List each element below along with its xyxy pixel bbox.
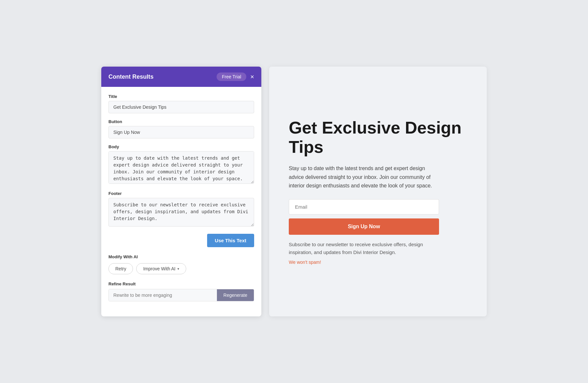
refine-input[interactable] xyxy=(109,289,217,301)
button-field-group: Button xyxy=(108,119,254,138)
refine-row: Regenerate xyxy=(108,289,254,301)
footer-label: Footer xyxy=(108,191,254,196)
signup-button[interactable]: Sign Up Now xyxy=(289,218,439,235)
close-button[interactable]: × xyxy=(250,73,254,80)
title-field-group: Title xyxy=(108,94,254,113)
no-spam-text: We won't spam! xyxy=(289,260,467,265)
left-panel: Content Results Free Trial × Title Butto… xyxy=(101,67,261,316)
panel-header: Content Results Free Trial × xyxy=(101,67,261,87)
preview-body: Stay up to date with the latest trends a… xyxy=(289,164,439,190)
panel-body: Title Button Body Stay up to date with t… xyxy=(101,87,261,316)
body-field-group: Body Stay up to date with the latest tre… xyxy=(108,144,254,185)
retry-button[interactable]: Retry xyxy=(108,263,133,274)
body-label: Body xyxy=(108,144,254,149)
body-textarea[interactable]: Stay up to date with the latest trends a… xyxy=(108,151,254,184)
retry-label: Retry xyxy=(115,266,126,271)
chevron-down-icon: ▾ xyxy=(177,267,179,271)
footer-textarea[interactable]: Subscribe to our newsletter to receive e… xyxy=(108,198,254,227)
panel-header-right: Free Trial × xyxy=(217,72,254,81)
title-input[interactable] xyxy=(108,101,254,113)
footer-field-group: Footer Subscribe to our newsletter to re… xyxy=(108,191,254,228)
refine-section: Refine Result Regenerate xyxy=(108,281,254,301)
improve-label: Improve With AI xyxy=(143,266,175,271)
email-input[interactable] xyxy=(289,199,439,215)
modify-section: Modify With AI Retry Improve With AI ▾ xyxy=(108,254,254,274)
title-label: Title xyxy=(108,94,254,99)
button-input[interactable] xyxy=(108,126,254,138)
right-panel: Get Exclusive Design Tips Stay up to dat… xyxy=(269,67,487,316)
improve-with-ai-button[interactable]: Improve With AI ▾ xyxy=(136,263,186,274)
modify-buttons: Retry Improve With AI ▾ xyxy=(108,263,254,274)
preview-title: Get Exclusive Design Tips xyxy=(289,118,467,157)
panel-title: Content Results xyxy=(108,73,154,80)
use-text-button[interactable]: Use This Text xyxy=(207,234,254,247)
refine-label: Refine Result xyxy=(108,281,254,286)
preview-footer: Subscribe to our newsletter to receive e… xyxy=(289,241,439,256)
use-text-row: Use This Text xyxy=(108,234,254,247)
main-container: Content Results Free Trial × Title Butto… xyxy=(101,67,487,316)
button-label: Button xyxy=(108,119,254,124)
modify-label: Modify With AI xyxy=(108,254,254,259)
free-trial-badge[interactable]: Free Trial xyxy=(217,72,246,81)
regenerate-button[interactable]: Regenerate xyxy=(217,289,254,301)
